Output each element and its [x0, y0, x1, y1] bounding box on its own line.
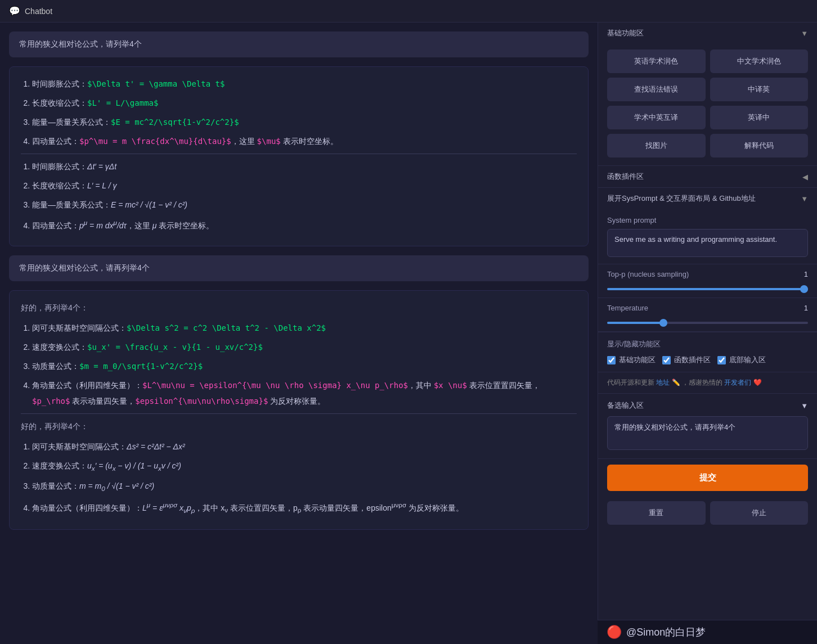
sysprompt-section: 展开SysPrompt & 交互界面布局 & Github地址 ▼ System… — [598, 188, 817, 332]
stop-button[interactable]: 停止 — [710, 501, 809, 525]
checkbox-plugin[interactable]: 函数插件区 — [662, 355, 711, 365]
checkbox-row: 基础功能区 函数插件区 底部输入区 — [607, 355, 808, 365]
btn-grammar-check[interactable]: 查找语法错误 — [607, 78, 706, 101]
btn-english-polish[interactable]: 英语学术润色 — [607, 49, 706, 73]
top-p-value: 1 — [804, 270, 808, 278]
list-item: 动质量公式：$m = m_0/\sqrt{1-v^2/c^2}$ — [32, 358, 577, 374]
list-item: 闵可夫斯基时空间隔公式：$\Delta s^2 = c^2 \Delta t^2… — [32, 320, 577, 336]
btn-chinese-polish[interactable]: 中文学术润色 — [710, 49, 809, 73]
plugin-section: 函数插件区 ◀ — [598, 166, 817, 188]
list-item: 时间膨胀公式：$\Delta t' = \gamma \Delta t$ — [32, 76, 577, 92]
list-item: 角动量公式（利用四维矢量）：$L^\mu\nu = \epsilon^{\mu … — [32, 377, 577, 409]
checkbox-bottom[interactable]: 底部输入区 — [717, 355, 766, 365]
watermark-bar: 🔴 @Simon的白日梦 — [598, 620, 817, 644]
backup-header: 备选输入区 ▼ — [607, 400, 808, 411]
plugin-section-header[interactable]: 函数插件区 ◀ — [598, 166, 817, 187]
btn-zh-en[interactable]: 中译英 — [710, 78, 809, 101]
list-item-rendered: 闵可夫斯基时空间隔公式：Δs² = c²Δt² − Δx² — [32, 439, 577, 454]
temperature-label: Temperature — [607, 304, 648, 312]
list-item-rendered: 角动量公式（利用四维矢量）：Lμ = εμνρσ xνpρ，其中 xν 表示位置… — [32, 498, 577, 517]
sysprompt-header[interactable]: 展开SysPrompt & 交互界面布局 & Github地址 ▼ — [598, 188, 817, 209]
sysprompt-arrow: ▼ — [801, 195, 808, 203]
assistant-message-1: 时间膨胀公式：$\Delta t' = \gamma \Delta t$ 长度收… — [9, 66, 589, 246]
list-item-rendered: 时间膨胀公式：Δt′ = γΔt — [32, 159, 577, 174]
temperature-slider[interactable] — [607, 322, 808, 324]
app-title: Chatbot — [25, 7, 52, 16]
sys-prompt-body: System prompt Serve me as a writing and … — [598, 209, 817, 264]
watermark-text: @Simon的白日梦 — [626, 625, 706, 639]
list-item-rendered: 长度收缩公式：L′ = L / γ — [32, 178, 577, 193]
visibility-label: 显示/隐藏功能区 — [607, 339, 808, 349]
heart-icon: ❤️ — [753, 379, 762, 386]
basic-functions-arrow: ▼ — [801, 29, 808, 38]
bottom-actions: 重置 停止 — [598, 497, 817, 534]
rendered-intro: 好的，再列举4个： — [21, 418, 577, 434]
right-sidebar: 基础功能区 ▼ 英语学术润色 中文学术润色 查找语法错误 中译英 学术中英互译 … — [598, 22, 817, 644]
user-message-2: 常用的狭义相对论公式，请再列举4个 — [9, 255, 589, 281]
assistant-message-2: 好的，再列举4个： 闵可夫斯基时空间隔公式：$\Delta s^2 = c^2 … — [9, 290, 589, 530]
basic-functions-header[interactable]: 基础功能区 ▼ — [598, 22, 817, 44]
backup-input-section: 备选输入区 ▼ 常用的狭义相对论公式，请再列举4个 — [598, 394, 817, 459]
assistant-intro: 好的，再列举4个： — [21, 300, 577, 316]
checkbox-basic[interactable]: 基础功能区 — [607, 355, 656, 365]
list-item-rendered: 四动量公式：pμ = m dxμ/dτ，这里 μ 表示时空坐标。 — [32, 216, 577, 233]
temperature-value: 1 — [804, 304, 808, 312]
list-item-rendered: 能量—质量关系公式：E = mc² / √(1 − v² / c²) — [32, 197, 577, 213]
visibility-section: 显示/隐藏功能区 基础功能区 函数插件区 底部输入区 — [598, 332, 817, 372]
basic-functions-section: 基础功能区 ▼ 英语学术润色 中文学术润色 查找语法错误 中译英 学术中英互译 … — [598, 22, 817, 166]
sys-prompt-value: Serve me as a writing and programming as… — [607, 229, 808, 257]
checkbox-basic-input[interactable] — [607, 356, 616, 364]
backup-textarea[interactable]: 常用的狭义相对论公式，请再列举4个 — [607, 416, 808, 450]
list-item-rendered: 速度变换公式：ux′ = (ux − v) / (1 − uxv / c²) — [32, 458, 577, 475]
list-item: 长度收缩公式：$L' = L/\gamma$ — [32, 95, 577, 111]
reset-button[interactable]: 重置 — [607, 501, 706, 525]
contributors-link[interactable]: 开发者们 — [724, 379, 751, 386]
btn-explain-code[interactable]: 解释代码 — [710, 134, 809, 157]
sys-prompt-label: System prompt — [607, 216, 808, 224]
chatbot-icon: 💬 — [9, 6, 20, 16]
list-item: 四动量公式：$p^\mu = m \frac{dx^\mu}{d\tau}$，这… — [32, 133, 577, 149]
user-message-1: 常用的狭义相对论公式，请列举4个 — [9, 31, 589, 57]
backup-arrow: ▼ — [801, 402, 808, 410]
header: 💬 Chatbot — [0, 0, 817, 22]
weibo-icon: 🔴 — [607, 625, 622, 640]
list-item: 能量—质量关系公式：$E = mc^2/\sqrt{1-v^2/c^2}$ — [32, 114, 577, 130]
checkbox-plugin-input[interactable] — [662, 356, 671, 364]
checkbox-bottom-input[interactable] — [717, 356, 726, 364]
btn-academic-translate[interactable]: 学术中英互译 — [607, 106, 706, 129]
submit-button[interactable]: 提交 — [607, 465, 808, 491]
top-p-label: Top-p (nucleus sampling) — [607, 270, 689, 278]
list-item-rendered: 动质量公式：m = m0 / √(1 − v² / c²) — [32, 478, 577, 495]
temperature-row: Temperature 1 — [598, 298, 817, 332]
chat-area: 常用的狭义相对论公式，请列举4个 时间膨胀公式：$\Delta t' = \ga… — [0, 22, 598, 644]
plugin-arrow: ◀ — [802, 173, 808, 181]
sidebar-footer: 代码开源和更新 地址 ✏️ ，感谢热情的 开发者们 ❤️ — [598, 372, 817, 394]
list-item: 速度变换公式：$u_x' = \frac{u_x - v}{1 - u_xv/c… — [32, 339, 577, 355]
function-grid: 英语学术润色 中文学术润色 查找语法错误 中译英 学术中英互译 英译中 找图片 … — [598, 44, 817, 165]
btn-find-image[interactable]: 找图片 — [607, 134, 706, 157]
top-p-slider[interactable] — [607, 288, 808, 290]
top-p-row: Top-p (nucleus sampling) 1 — [598, 264, 817, 298]
btn-en-zh[interactable]: 英译中 — [710, 106, 809, 129]
main-layout: 常用的狭义相对论公式，请列举4个 时间膨胀公式：$\Delta t' = \ga… — [0, 22, 817, 644]
source-link[interactable]: 地址 — [656, 379, 670, 386]
